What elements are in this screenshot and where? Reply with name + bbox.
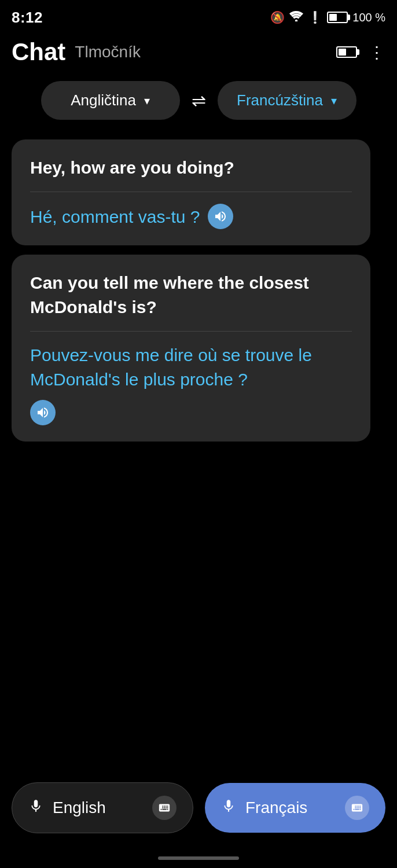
message-bubble-2: Can you tell me where the closest McDona…: [12, 255, 370, 442]
speaker-icon-2: [36, 406, 50, 420]
message-2-divider: [30, 331, 352, 332]
message-1-translated: Hé, comment vas-tu ?: [30, 204, 352, 229]
language-bar: Angličtina ▾ ⇌ Francúzština ▾: [0, 75, 397, 134]
bottom-controls: English Français: [0, 782, 397, 833]
message-1-original: Hey, how are you doing?: [30, 156, 352, 180]
french-mic-icon: [221, 799, 236, 818]
french-keyboard-icon[interactable]: [345, 796, 369, 820]
wifi-icon: [289, 11, 303, 24]
source-lang-chevron-icon: ▾: [144, 94, 150, 108]
status-bar: 8:12 🔕 ❕ 100 %: [0, 0, 397, 32]
swap-languages-button[interactable]: ⇌: [192, 90, 206, 111]
battery-icon: [336, 46, 357, 58]
target-language-label: Francúzština: [237, 91, 323, 109]
message-1-speaker-button[interactable]: [208, 204, 233, 229]
french-btn-left: Français: [221, 799, 307, 818]
english-label: English: [53, 799, 106, 817]
english-btn-left: English: [28, 799, 106, 818]
message-1-divider: [30, 192, 352, 192]
svg-point-0: [295, 19, 297, 21]
chat-area: Hey, how are you doing? Hé, comment vas-…: [0, 134, 397, 447]
message-2-translated-text: Pouvez-vous me dire où se trouve le McDo…: [30, 343, 352, 392]
page-title: Chat: [12, 38, 65, 66]
message-bubble-1: Hey, how are you doing? Hé, comment vas-…: [12, 139, 370, 245]
alert-icon: ❕: [308, 10, 322, 24]
page-subtitle: Tlmočník: [75, 43, 141, 61]
message-2-speaker-button[interactable]: [30, 400, 56, 425]
battery-status-icon: [327, 12, 348, 23]
home-indicator: [158, 856, 239, 860]
header: Chat Tlmočník ⋮: [0, 32, 397, 75]
more-options-button[interactable]: ⋮: [369, 43, 385, 62]
message-2-translated: Pouvez-vous me dire où se trouve le McDo…: [30, 343, 352, 425]
battery-percent: 100 %: [352, 11, 385, 24]
source-language-button[interactable]: Angličtina ▾: [41, 81, 180, 120]
message-1-translated-text: Hé, comment vas-tu ?: [30, 205, 200, 229]
french-label: Français: [245, 799, 307, 817]
status-icons: 🔕 ❕ 100 %: [270, 10, 385, 24]
status-time: 8:12: [12, 9, 43, 27]
header-actions: ⋮: [336, 43, 385, 62]
target-language-button[interactable]: Francúzština ▾: [218, 81, 356, 120]
speaker-icon: [214, 209, 227, 223]
target-lang-chevron-icon: ▾: [331, 94, 337, 108]
english-voice-button[interactable]: English: [12, 782, 193, 833]
mute-icon: 🔕: [270, 10, 285, 24]
message-2-original: Can you tell me where the closest McDona…: [30, 271, 352, 319]
source-language-label: Angličtina: [71, 91, 136, 109]
english-keyboard-icon[interactable]: [152, 796, 177, 820]
french-voice-button[interactable]: Français: [205, 783, 385, 833]
english-mic-icon: [28, 799, 43, 818]
